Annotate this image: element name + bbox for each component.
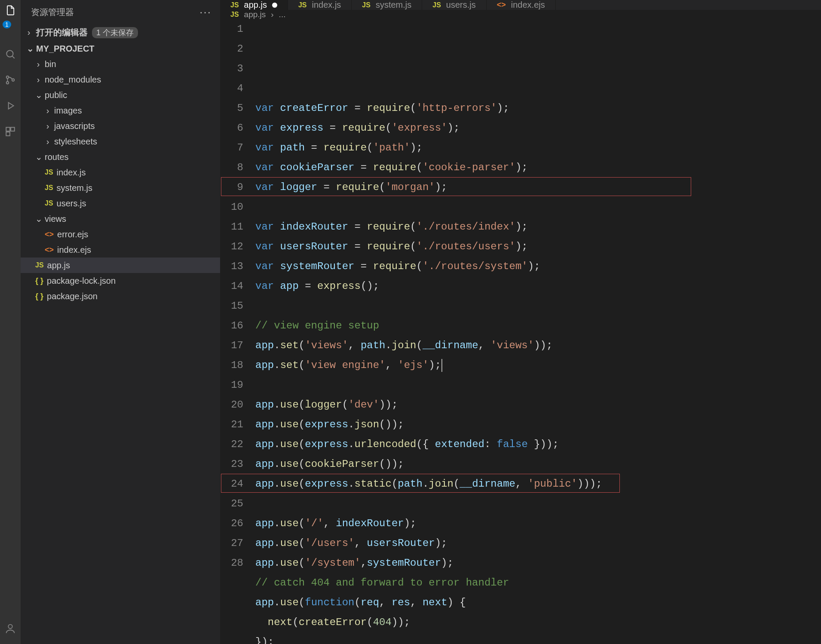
account-icon[interactable]	[3, 622, 17, 635]
file-item[interactable]: JSapp.js	[21, 258, 220, 273]
tree-item-label: views	[45, 214, 66, 224]
tree-item-label: node_modules	[45, 75, 101, 85]
tab-index-ejs[interactable]: <>index.ejs	[487, 0, 556, 10]
more-icon[interactable]: ···	[199, 6, 211, 19]
tab-users-js[interactable]: JSusers.js	[422, 0, 486, 10]
folder-item[interactable]: ⌄views	[21, 211, 220, 227]
file-item[interactable]: { }package.json	[21, 288, 220, 304]
svg-point-1	[6, 76, 9, 78]
folder-item[interactable]: ›images	[21, 103, 220, 118]
tab-label: system.js	[376, 0, 411, 10]
svg-point-3	[12, 79, 14, 81]
code-line[interactable]: app.use(express.json());	[255, 415, 821, 435]
js-file-icon: JS	[362, 1, 371, 9]
unsaved-badge: 1 个未保存	[92, 27, 138, 38]
breadcrumb-file: app.js	[244, 10, 266, 19]
code-line[interactable]: });	[255, 632, 821, 644]
code-line[interactable]: var express = require('express');	[255, 118, 821, 138]
json-file-icon: { }	[35, 276, 43, 285]
code-line[interactable]: app.use(logger('dev'));	[255, 395, 821, 415]
code-line[interactable]	[255, 375, 821, 395]
chevron-right-icon: ›	[35, 75, 41, 85]
code-line[interactable]: var cookieParser = require('cookie-parse…	[255, 158, 821, 178]
json-file-icon: { }	[35, 292, 43, 301]
code-line[interactable]: app.use(express.urlencoded({ extended: f…	[255, 435, 821, 454]
js-file-icon: JS	[298, 1, 307, 9]
debug-icon[interactable]	[3, 99, 17, 113]
code-line[interactable]: var indexRouter = require('./routes/inde…	[255, 217, 821, 237]
open-editors-label: 打开的编辑器	[36, 27, 88, 38]
activity-bar: 1	[0, 0, 21, 644]
explorer-icon[interactable]: 1	[3, 3, 17, 17]
code-line[interactable]: // view engine setup	[255, 316, 821, 336]
folder-item[interactable]: ⌄routes	[21, 149, 220, 165]
tree-item-label: public	[45, 90, 67, 100]
tree-item-label: bin	[45, 59, 56, 69]
tree-item-label: images	[54, 106, 82, 116]
code-line[interactable]: app.use('/users', usersRouter);	[255, 534, 821, 553]
code-line[interactable]: var createError = require('http-errors')…	[255, 98, 821, 118]
code-line[interactable]: app.use(express.static(path.join(__dirna…	[255, 474, 821, 494]
tab-app-js[interactable]: JSapp.js	[220, 0, 288, 10]
tree-item-label: routes	[45, 152, 69, 162]
code-line[interactable]	[255, 494, 821, 514]
code-line[interactable]: var path = require('path');	[255, 138, 821, 158]
code-line[interactable]: // catch 404 and forward to error handle…	[255, 573, 821, 593]
file-item[interactable]: JSsystem.js	[21, 180, 220, 196]
tree-item-label: package-lock.json	[47, 276, 116, 286]
sidebar-header: 资源管理器 ···	[21, 0, 220, 24]
tab-label: index.ejs	[511, 0, 545, 10]
chevron-right-icon: ›	[26, 28, 32, 37]
tree-item-label: javascripts	[54, 121, 95, 131]
folder-item[interactable]: ›bin	[21, 56, 220, 72]
tree-item-label: users.js	[57, 199, 86, 209]
explorer-badge: 1	[3, 21, 11, 28]
code-line[interactable]: app.use('/', indexRouter);	[255, 514, 821, 534]
tab-bar: JSapp.jsJSindex.jsJSsystem.jsJSusers.js<…	[220, 0, 821, 10]
code-line[interactable]	[255, 197, 821, 217]
code-line[interactable]: app.use('/system',systemRouter);	[255, 553, 821, 573]
breadcrumb[interactable]: JS app.js › ...	[220, 10, 821, 19]
code-line[interactable]: next(createError(404));	[255, 613, 821, 632]
tree-item-label: system.js	[57, 183, 92, 193]
code-line[interactable]: app.use(cookieParser());	[255, 454, 821, 474]
file-item[interactable]: <>index.ejs	[21, 242, 220, 258]
file-item[interactable]: JSindex.js	[21, 165, 220, 180]
code-line[interactable]: var usersRouter = require('./routes/user…	[255, 237, 821, 257]
chevron-down-icon: ⌄	[27, 43, 33, 54]
explorer-sidebar: 资源管理器 ··· › 打开的编辑器 1 个未保存 ⌄ MY_PROJECT ›…	[21, 0, 220, 644]
code-line[interactable]: var app = express();	[255, 276, 821, 296]
extensions-icon[interactable]	[3, 125, 17, 138]
dirty-indicator-icon	[272, 3, 277, 8]
js-file-icon: JS	[45, 199, 53, 207]
code-line[interactable]: app.set('views', path.join(__dirname, 'v…	[255, 336, 821, 356]
folder-item[interactable]: ›node_modules	[21, 72, 220, 87]
open-editors-section[interactable]: › 打开的编辑器 1 个未保存	[21, 24, 220, 41]
project-root[interactable]: ⌄ MY_PROJECT	[21, 41, 220, 56]
search-icon[interactable]	[3, 47, 17, 61]
code-line[interactable]: var systemRouter = require('./routes/sys…	[255, 257, 821, 276]
tab-index-js[interactable]: JSindex.js	[288, 0, 352, 10]
tab-system-js[interactable]: JSsystem.js	[352, 0, 422, 10]
code-line[interactable]: app.use(function(req, res, next) {	[255, 593, 821, 613]
folder-item[interactable]: ›javascripts	[21, 118, 220, 134]
chevron-down-icon: ⌄	[35, 152, 41, 162]
source-control-icon[interactable]	[3, 73, 17, 87]
code-line[interactable]: app.set('view engine', 'ejs');	[255, 356, 821, 375]
file-item[interactable]: { }package-lock.json	[21, 273, 220, 288]
folder-item[interactable]: ⌄public	[21, 87, 220, 103]
code-line[interactable]: var logger = require('morgan');	[255, 178, 821, 197]
file-item[interactable]: JSusers.js	[21, 196, 220, 211]
file-item[interactable]: <>error.ejs	[21, 227, 220, 242]
svg-rect-6	[6, 132, 10, 136]
code-line[interactable]	[255, 296, 821, 316]
breadcrumb-rest: ...	[279, 10, 286, 19]
code-editor[interactable]: 1234567891011121314151617181920212223242…	[220, 19, 821, 644]
chevron-right-icon: ›	[271, 10, 273, 19]
file-tree: ›bin›node_modules⌄public›images›javascri…	[21, 56, 220, 304]
code-lines[interactable]: var createError = require('http-errors')…	[255, 19, 821, 644]
tab-label: app.js	[244, 0, 267, 10]
folder-item[interactable]: ›stylesheets	[21, 134, 220, 149]
svg-rect-4	[6, 127, 10, 131]
js-file-icon: JS	[230, 11, 239, 18]
